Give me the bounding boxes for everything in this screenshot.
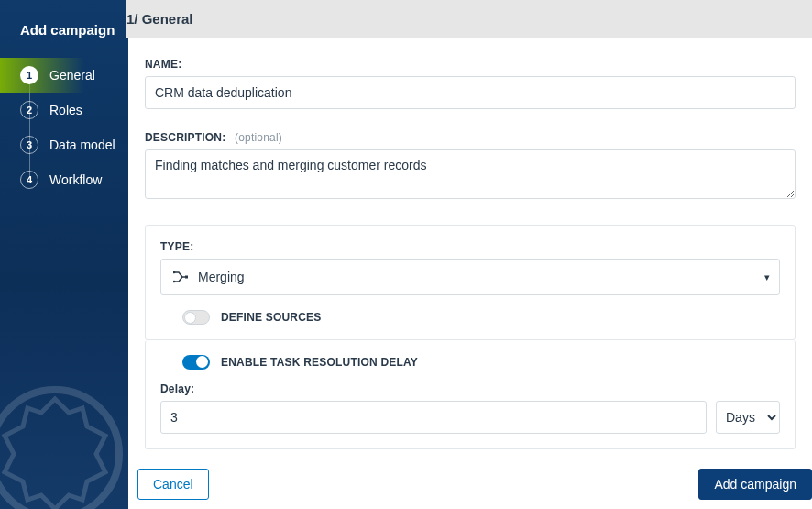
step-number-badge: 2 (20, 101, 38, 119)
step-label: Workflow (49, 172, 102, 187)
step-label: Data model (49, 138, 115, 152)
type-label: TYPE: (160, 240, 780, 253)
form-area: NAME: DESCRIPTION: (optional) TYPE: Merg… (128, 38, 812, 509)
cancel-button[interactable]: Cancel (137, 469, 209, 500)
description-block: DESCRIPTION: (optional) (145, 131, 796, 203)
wizard-steps: 1General2Roles3Data model4Workflow (0, 58, 128, 197)
delay-block: Delay: DaysHoursWeeks (160, 382, 780, 434)
panel-title: 1/ General (126, 11, 193, 27)
step-number-badge: 3 (20, 136, 38, 154)
description-label-text: DESCRIPTION: (145, 131, 225, 144)
enable-delay-label: ENABLE TASK RESOLUTION DELAY (221, 356, 418, 369)
main-panel: 1/ General NAME: DESCRIPTION: (optional)… (128, 0, 812, 509)
type-select[interactable]: Merging ▾ (160, 259, 780, 295)
define-sources-label: DEFINE SOURCES (221, 311, 321, 324)
name-block: NAME: (145, 58, 796, 109)
wizard-step-data-model[interactable]: 3Data model (0, 127, 128, 162)
description-input[interactable] (145, 149, 796, 199)
add-campaign-button[interactable]: Add campaign (698, 469, 812, 500)
svg-point-0 (0, 390, 119, 509)
define-sources-row: DEFINE SOURCES (160, 310, 780, 325)
wizard-step-general[interactable]: 1General (0, 58, 128, 93)
delay-value-input[interactable] (160, 401, 707, 434)
wizard-step-roles[interactable]: 2Roles (0, 93, 128, 127)
step-label: Roles (49, 103, 82, 117)
enable-delay-toggle[interactable] (182, 355, 210, 370)
delay-label: Delay: (160, 382, 780, 395)
type-value: Merging (198, 270, 245, 284)
svg-rect-4 (185, 276, 188, 279)
step-label: General (49, 68, 95, 83)
delay-panel: ENABLE TASK RESOLUTION DELAY Delay: Days… (145, 340, 796, 449)
name-input[interactable] (145, 76, 796, 109)
enable-delay-row: ENABLE TASK RESOLUTION DELAY (160, 355, 780, 370)
wizard-sidebar: Add campaign 1General2Roles3Data model4W… (0, 0, 128, 509)
svg-point-3 (173, 281, 175, 283)
panel-header: 1/ General (126, 0, 812, 38)
merge-icon (170, 271, 191, 283)
description-optional: (optional) (235, 131, 282, 144)
chevron-down-icon: ▾ (764, 271, 770, 283)
delay-unit-select[interactable]: DaysHoursWeeks (716, 401, 780, 434)
sidebar-title: Add campaign (0, 0, 128, 58)
name-label: NAME: (145, 58, 796, 71)
background-decoration (0, 362, 128, 509)
step-number-badge: 4 (20, 171, 38, 189)
footer-actions: Cancel Add campaign (128, 459, 812, 509)
type-panel: TYPE: Merging ▾ DEFINE SOURCES (145, 225, 796, 340)
define-sources-toggle[interactable] (182, 310, 210, 325)
svg-point-2 (173, 271, 175, 274)
wizard-step-workflow[interactable]: 4Workflow (0, 162, 128, 197)
step-number-badge: 1 (20, 66, 38, 84)
description-label: DESCRIPTION: (optional) (145, 131, 796, 144)
